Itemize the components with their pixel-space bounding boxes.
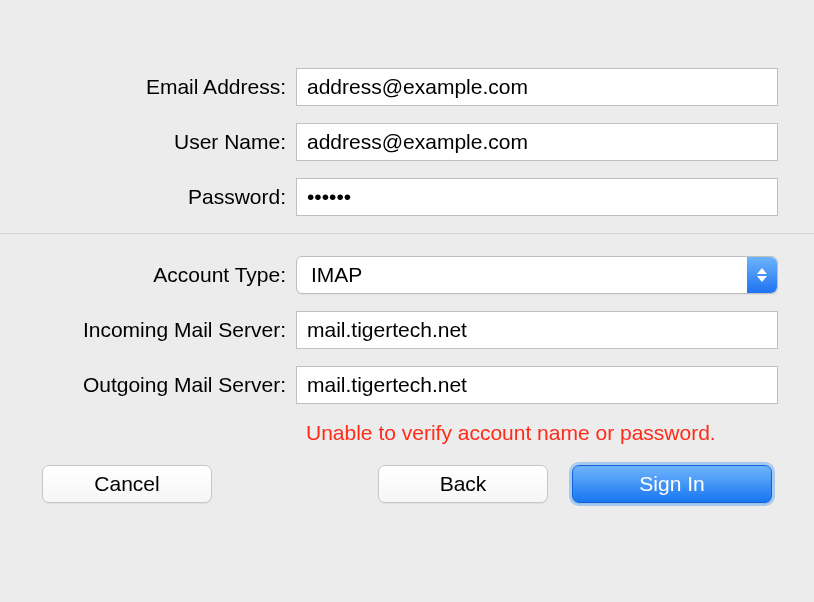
svg-marker-0 [757,268,767,274]
svg-marker-1 [757,276,767,282]
sign-in-button[interactable]: Sign In [572,465,772,503]
updown-arrows-icon [747,257,777,293]
label-password: Password: [36,185,296,209]
label-username: User Name: [36,130,296,154]
label-email: Email Address: [36,75,296,99]
cancel-button[interactable]: Cancel [42,465,212,503]
row-username: User Name: [36,123,778,161]
incoming-server-field[interactable] [296,311,778,349]
account-setup-form: Email Address: User Name: Password: Acco… [0,68,814,503]
label-incoming: Incoming Mail Server: [36,318,296,342]
email-field[interactable] [296,68,778,106]
username-field[interactable] [296,123,778,161]
label-outgoing: Outgoing Mail Server: [36,373,296,397]
error-message: Unable to verify account name or passwor… [306,421,778,445]
password-field[interactable] [296,178,778,216]
row-email: Email Address: [36,68,778,106]
row-outgoing: Outgoing Mail Server: [36,366,778,404]
outgoing-server-field[interactable] [296,366,778,404]
row-password: Password: [36,178,778,216]
account-type-select[interactable]: IMAP [296,256,778,294]
row-incoming: Incoming Mail Server: [36,311,778,349]
account-type-value: IMAP [311,263,362,287]
back-button[interactable]: Back [378,465,548,503]
row-account-type: Account Type: IMAP [36,256,778,294]
button-row: Cancel Back Sign In [36,465,778,503]
section-divider [0,233,814,234]
label-account-type: Account Type: [36,263,296,287]
